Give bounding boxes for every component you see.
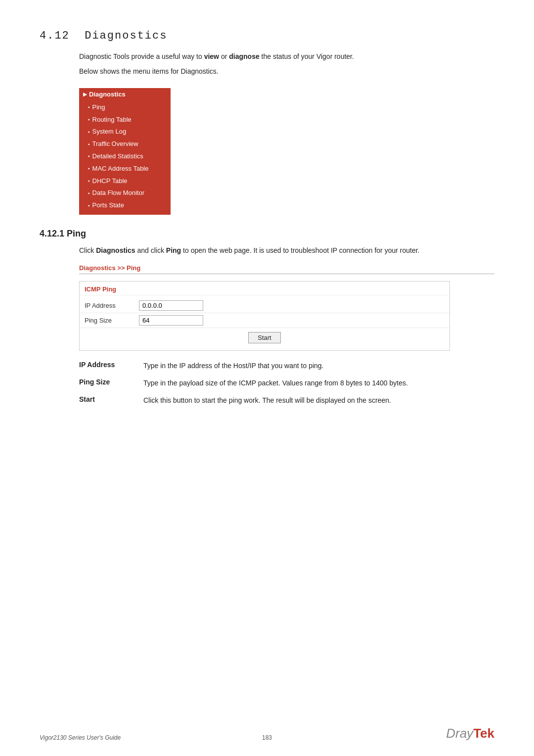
desc-row-ip-address: IP Address Type in the IP address of the… (79, 361, 450, 371)
desc-def-start: Click this button to start the ping work… (143, 395, 450, 406)
draytek-logo: DrayTek (446, 726, 494, 741)
menu-item-dhcp-table[interactable]: DHCP Table (79, 175, 171, 188)
ping-size-row: Ping Size (80, 313, 449, 328)
desc-term-ping-size: Ping Size (79, 378, 143, 386)
intro-paragraph-1: Diagnostic Tools provide a useful way to… (79, 51, 494, 62)
section-number: 4.12 (40, 30, 70, 42)
footer-page-number: 183 (262, 734, 272, 741)
menu-arrow-icon: ▶ (83, 92, 87, 97)
menu-item-routing-table[interactable]: Routing Table (79, 114, 171, 126)
icmp-ping-panel: ICMP Ping IP Address Ping Size Start (79, 281, 450, 351)
desc-row-start: Start Click this button to start the pin… (79, 395, 450, 406)
form-button-row: Start (80, 328, 449, 347)
panel-form: IP Address Ping Size Start (80, 295, 449, 350)
description-table: IP Address Type in the IP address of the… (79, 361, 450, 406)
desc-row-ping-size: Ping Size Type in the payload size of th… (79, 378, 450, 388)
logo-tek: Tek (473, 726, 494, 741)
footer-logo: DrayTek (446, 726, 494, 741)
section-name: Diagnostics (85, 30, 167, 42)
page: 4.12 Diagnostics Diagnostic Tools provid… (0, 0, 534, 756)
subsection-intro: Click Diagnostics and click Ping to open… (79, 245, 494, 256)
menu-items-list: Ping Routing Table System Log Traffic Ov… (79, 100, 171, 215)
ip-address-label: IP Address (85, 302, 139, 309)
breadcrumb-text: Diagnostics >> Ping (79, 264, 140, 272)
intro-paragraph-2: Below shows the menu items for Diagnosti… (79, 66, 494, 77)
ip-address-input[interactable] (139, 300, 203, 311)
footer: Vigor2130 Series User's Guide 183 DrayTe… (0, 726, 534, 741)
menu-item-mac-address-table[interactable]: MAC Address Table (79, 163, 171, 175)
menu-item-traffic-overview[interactable]: Traffic Overview (79, 138, 171, 150)
start-button[interactable]: Start (248, 332, 280, 343)
desc-term-ip-address: IP Address (79, 361, 143, 369)
panel-section-header: ICMP Ping (80, 282, 449, 295)
breadcrumb: Diagnostics >> Ping (79, 264, 494, 274)
footer-guide-title: Vigor2130 Series User's Guide (40, 734, 121, 741)
menu-item-detailed-statistics[interactable]: Detailed Statistics (79, 150, 171, 163)
menu-item-system-log[interactable]: System Log (79, 126, 171, 138)
logo-dray: Dray (446, 726, 473, 741)
desc-def-ip-address: Type in the IP address of the Host/IP th… (143, 361, 450, 371)
desc-def-ping-size: Type in the payload size of the ICMP pac… (143, 378, 450, 388)
menu-item-data-flow-monitor[interactable]: Data Flow Monitor (79, 187, 171, 199)
menu-item-ports-state[interactable]: Ports State (79, 199, 171, 212)
menu-header-label: Diagnostics (89, 91, 126, 98)
ping-size-input[interactable] (139, 315, 203, 326)
ip-address-row: IP Address (80, 298, 449, 313)
section-title: 4.12 Diagnostics (40, 30, 494, 42)
subsection-name: Ping (67, 229, 86, 238)
subsection-title: 4.12.1 Ping (40, 229, 494, 239)
menu-header: ▶ Diagnostics (79, 88, 171, 100)
menu-item-ping[interactable]: Ping (79, 101, 171, 114)
diagnostics-menu: ▶ Diagnostics Ping Routing Table System … (79, 88, 171, 215)
subsection-number: 4.12.1 (40, 229, 64, 238)
desc-term-start: Start (79, 395, 143, 403)
ping-size-label: Ping Size (85, 317, 139, 324)
